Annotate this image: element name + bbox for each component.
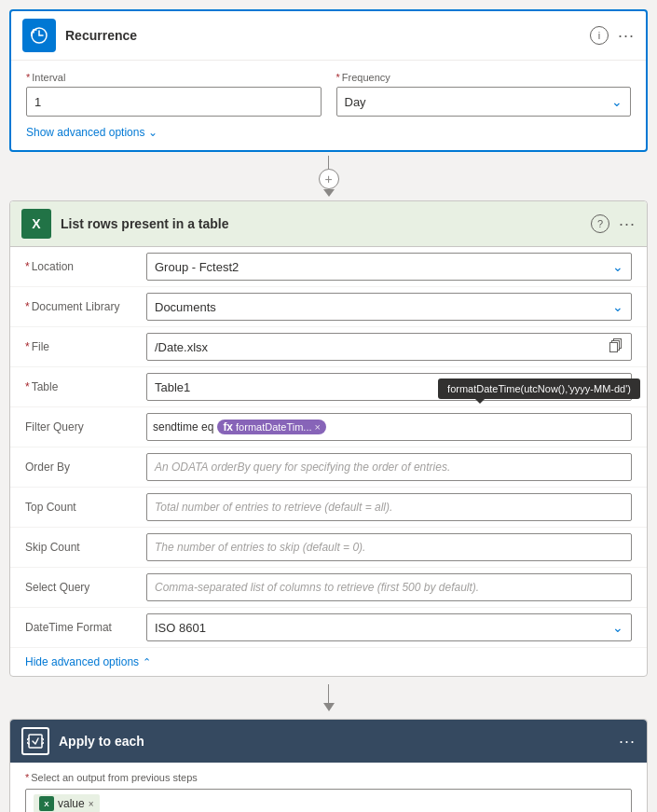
doc-library-value: Documents ⌄ bbox=[146, 293, 632, 321]
show-advanced-chevron: ⌄ bbox=[148, 126, 157, 139]
file-input[interactable]: /Date.xlsx 🗍 bbox=[146, 333, 632, 361]
svg-rect-1 bbox=[29, 735, 42, 748]
show-advanced-options[interactable]: Show advanced options ⌄ bbox=[26, 126, 631, 139]
skip-count-row: Skip Count The number of entries to skip… bbox=[10, 528, 647, 568]
recurrence-header-right: i ··· bbox=[590, 26, 635, 46]
datetime-format-row: DateTime Format ISO 8601 ⌄ bbox=[10, 608, 647, 648]
doc-library-label: *Document Library bbox=[25, 300, 146, 313]
top-count-label: Top Count bbox=[25, 501, 146, 514]
recurrence-icon bbox=[22, 19, 56, 52]
datetime-format-label: DateTime Format bbox=[25, 621, 146, 634]
formula-chip-label: formatDateTim... bbox=[236, 421, 312, 433]
apply-body: *Select an output from previous steps X … bbox=[10, 763, 647, 812]
top-count-input[interactable]: Total number of entries to retrieve (def… bbox=[146, 493, 632, 521]
file-browse-icon: 🗍 bbox=[609, 338, 623, 355]
list-rows-help-icon[interactable]: ? bbox=[591, 214, 609, 233]
fx-icon: fx bbox=[223, 420, 233, 434]
hide-advanced-chevron: ⌃ bbox=[143, 656, 151, 668]
arrow-head bbox=[323, 703, 335, 711]
recurrence-header: Recurrence i ··· bbox=[11, 11, 646, 61]
file-row: *File /Date.xlsx 🗍 bbox=[10, 327, 647, 367]
skip-count-label: Skip Count bbox=[25, 541, 146, 554]
skip-count-value: The number of entries to skip (default =… bbox=[146, 533, 632, 561]
apply-select-label: *Select an output from previous steps bbox=[25, 772, 632, 783]
datetime-format-chevron: ⌄ bbox=[612, 620, 623, 635]
filter-query-container: sendtime eq fx formatDateTim... × format… bbox=[146, 413, 632, 441]
location-value: Group - Fctest2 ⌄ bbox=[146, 253, 632, 281]
apply-each-card: Apply to each ··· *Select an output from… bbox=[9, 719, 648, 812]
filter-prefix-text: sendtime eq bbox=[153, 420, 213, 434]
filter-query-label: Filter Query bbox=[25, 420, 146, 434]
recurrence-title: Recurrence bbox=[65, 28, 137, 43]
filter-query-input[interactable]: sendtime eq fx formatDateTim... × format… bbox=[146, 413, 632, 441]
list-rows-title: List rows present in a table bbox=[61, 216, 229, 231]
interval-group: *Interval bbox=[26, 72, 322, 117]
frequency-select[interactable]: Day ⌄ bbox=[336, 87, 632, 117]
top-count-value: Total number of entries to retrieve (def… bbox=[146, 493, 632, 521]
hide-advanced-options[interactable]: Hide advanced options ⌃ bbox=[10, 648, 647, 676]
arrow-line bbox=[328, 684, 329, 703]
filter-tooltip: formatDateTime(utcNow(),'yyyy-MM-dd') bbox=[438, 378, 640, 399]
list-rows-header-right: ? ··· bbox=[591, 214, 636, 234]
location-select[interactable]: Group - Fctest2 ⌄ bbox=[146, 253, 632, 281]
top-count-row: Top Count Total number of entries to ret… bbox=[10, 488, 647, 528]
frequency-chevron: ⌄ bbox=[611, 94, 623, 109]
apply-header: Apply to each ··· bbox=[10, 720, 647, 763]
order-by-label: Order By bbox=[25, 461, 146, 474]
datetime-format-select[interactable]: ISO 8601 ⌄ bbox=[146, 613, 632, 641]
location-row: *Location Group - Fctest2 ⌄ bbox=[10, 247, 647, 287]
frequency-label: *Frequency bbox=[336, 72, 632, 83]
value-chip-remove[interactable]: × bbox=[89, 799, 94, 809]
excel-icon-list: X bbox=[21, 209, 51, 239]
value-chip-excel-icon: X bbox=[39, 796, 54, 811]
order-by-value: An ODATA orderBy query for specifying th… bbox=[146, 453, 632, 481]
order-by-row: Order By An ODATA orderBy query for spec… bbox=[10, 447, 647, 488]
skip-count-placeholder: The number of entries to skip (default =… bbox=[155, 541, 365, 554]
apply-select-input[interactable]: X value × bbox=[25, 789, 632, 812]
interval-label: *Interval bbox=[26, 72, 322, 83]
select-query-value: Comma-separated list of columns to retri… bbox=[146, 573, 632, 601]
recurrence-card: Recurrence i ··· *Interval *Frequency Da… bbox=[9, 9, 648, 152]
formula-chip-close[interactable]: × bbox=[315, 421, 321, 433]
recurrence-menu-dots[interactable]: ··· bbox=[618, 26, 635, 46]
skip-count-input[interactable]: The number of entries to skip (default =… bbox=[146, 533, 632, 561]
recurrence-body: *Interval *Frequency Day ⌄ Show advanced… bbox=[11, 61, 646, 150]
doc-library-select[interactable]: Documents ⌄ bbox=[146, 293, 632, 321]
select-query-placeholder: Comma-separated list of columns to retri… bbox=[155, 581, 479, 594]
connector-line-top bbox=[328, 156, 329, 169]
recurrence-info-icon[interactable]: i bbox=[590, 26, 609, 45]
doc-library-chevron: ⌄ bbox=[612, 299, 623, 314]
list-rows-header-left: X List rows present in a table bbox=[21, 209, 229, 239]
formula-chip[interactable]: fx formatDateTim... × bbox=[217, 420, 326, 434]
interval-input[interactable] bbox=[26, 87, 322, 117]
add-step-plus[interactable]: + bbox=[319, 169, 339, 189]
arrow-down-connector bbox=[9, 684, 648, 711]
location-label: *Location bbox=[25, 260, 146, 273]
order-by-input[interactable]: An ODATA orderBy query for specifying th… bbox=[146, 453, 632, 481]
filter-query-row: Filter Query sendtime eq fx formatDateTi… bbox=[10, 407, 647, 447]
apply-icon bbox=[21, 727, 49, 755]
file-label: *File bbox=[25, 340, 146, 353]
apply-menu-dots[interactable]: ··· bbox=[619, 732, 636, 751]
select-query-input[interactable]: Comma-separated list of columns to retri… bbox=[146, 573, 632, 601]
value-chip: X value × bbox=[34, 794, 100, 812]
top-count-placeholder: Total number of entries to retrieve (def… bbox=[155, 501, 392, 514]
select-query-row: Select Query Comma-separated list of col… bbox=[10, 568, 647, 608]
frequency-group: *Frequency Day ⌄ bbox=[336, 72, 632, 117]
apply-header-left: Apply to each bbox=[21, 727, 144, 755]
datetime-format-value: ISO 8601 ⌄ bbox=[146, 613, 632, 641]
location-chevron: ⌄ bbox=[612, 259, 623, 274]
connector-arrow bbox=[323, 189, 335, 197]
filter-query-value-container: sendtime eq fx formatDateTim... × format… bbox=[146, 413, 632, 441]
doc-library-row: *Document Library Documents ⌄ bbox=[10, 287, 647, 327]
file-value: /Date.xlsx 🗍 bbox=[146, 333, 632, 361]
list-rows-menu-dots[interactable]: ··· bbox=[619, 214, 636, 234]
recurrence-form-row: *Interval *Frequency Day ⌄ bbox=[26, 72, 631, 117]
table-label: *Table bbox=[25, 380, 146, 393]
connector-plus-block: + bbox=[9, 156, 648, 197]
select-query-label: Select Query bbox=[25, 581, 146, 594]
list-rows-header: X List rows present in a table ? ··· bbox=[10, 201, 647, 247]
list-rows-card: X List rows present in a table ? ··· *Lo… bbox=[9, 200, 648, 677]
recurrence-header-left: Recurrence bbox=[22, 19, 137, 52]
order-by-placeholder: An ODATA orderBy query for specifying th… bbox=[155, 461, 450, 474]
